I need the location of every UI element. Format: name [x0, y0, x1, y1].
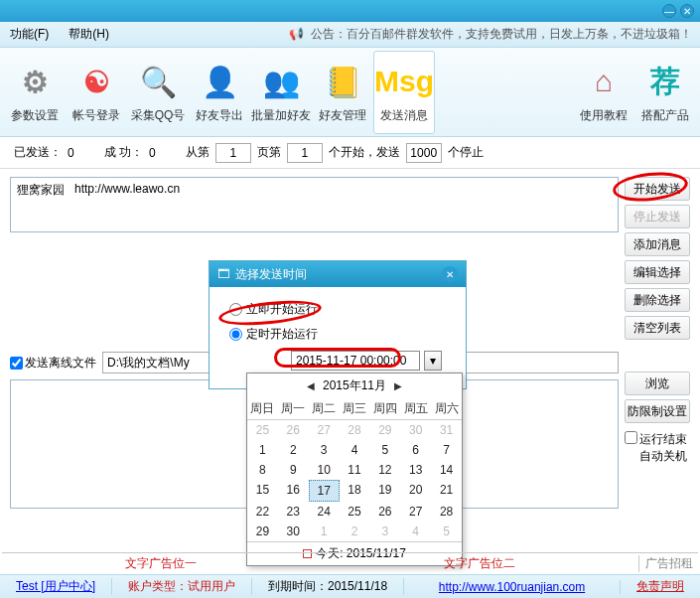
cal-day[interactable]: 21 — [431, 480, 462, 502]
cal-day-out[interactable]: 3 — [369, 522, 400, 541]
clear-list-button[interactable]: 清空列表 — [625, 316, 690, 340]
tool-gear[interactable]: ⚙参数设置 — [4, 51, 66, 134]
cal-day[interactable]: 4 — [340, 440, 370, 460]
message-list[interactable]: 狸窝家园 http://www.leawo.cn — [10, 177, 619, 232]
close-button[interactable]: ✕ — [680, 4, 694, 18]
tool-yinyang[interactable]: ☯帐号登录 — [66, 51, 127, 134]
tool-label: 发送消息 — [380, 107, 428, 124]
add-message-button[interactable]: 添加消息 — [625, 232, 690, 256]
cal-day[interactable]: 14 — [431, 460, 462, 480]
tool-user-add[interactable]: 👥批量加好友 — [250, 51, 312, 134]
tool-msg[interactable]: Msg发送消息 — [373, 51, 435, 134]
success-value: 0 — [149, 146, 156, 160]
cal-day[interactable]: 9 — [278, 460, 309, 480]
cal-day[interactable]: 27 — [400, 502, 431, 522]
radio-immediate-input[interactable] — [229, 303, 242, 316]
browse-button[interactable]: 浏览 — [625, 372, 690, 395]
cal-day[interactable]: 7 — [431, 440, 462, 460]
tool-home[interactable]: ⌂使用教程 — [573, 51, 634, 134]
disclaimer-link[interactable]: 免责声明 — [636, 579, 684, 593]
cal-day[interactable]: 12 — [369, 460, 400, 480]
cal-day[interactable]: 18 — [340, 480, 370, 502]
cal-day[interactable]: 22 — [247, 502, 278, 522]
cal-day-out[interactable]: 28 — [340, 420, 370, 440]
stop-send-button[interactable]: 停止发送 — [625, 205, 690, 228]
tool-recommend[interactable]: 荐搭配产品 — [634, 51, 696, 134]
cal-day[interactable]: 15 — [247, 480, 278, 502]
cal-day[interactable]: 29 — [247, 522, 278, 541]
cal-day-out[interactable]: 26 — [278, 420, 309, 440]
edit-select-button[interactable]: 编辑选择 — [625, 260, 690, 284]
cal-day[interactable]: 11 — [340, 460, 370, 480]
cal-day-out[interactable]: 29 — [369, 420, 400, 440]
cal-day[interactable]: 16 — [278, 480, 309, 502]
cal-day-out[interactable]: 30 — [400, 420, 431, 440]
radio-immediate[interactable]: 立即开始运行 — [229, 301, 454, 318]
menu-help[interactable]: 帮助(H) — [59, 26, 119, 43]
shutdown-checkbox[interactable] — [625, 431, 637, 444]
calendar-popup: ◀ 2015年11月 ▶ 周日周一周二周三周四周五周六2526272829303… — [246, 373, 463, 566]
cal-day-out[interactable]: 1 — [309, 522, 340, 541]
radio-scheduled[interactable]: 定时开始运行 — [229, 326, 454, 343]
cal-prev-button[interactable]: ◀ — [307, 380, 315, 391]
shutdown-check[interactable]: 运行结束 自动关机 — [625, 431, 690, 465]
expire-label: 到期时间： — [268, 579, 328, 593]
cal-day[interactable]: 20 — [400, 480, 431, 502]
cal-day[interactable]: 25 — [340, 502, 370, 522]
datetime-input[interactable] — [291, 351, 420, 371]
cal-dow: 周四 — [369, 398, 400, 420]
cal-day[interactable]: 28 — [431, 502, 462, 522]
minimize-button[interactable]: — — [662, 4, 676, 18]
cal-day-out[interactable]: 5 — [431, 522, 462, 541]
cal-day[interactable]: 3 — [309, 440, 340, 460]
limit-input[interactable] — [406, 143, 442, 163]
anti-limit-button[interactable]: 防限制设置 — [625, 399, 690, 423]
cal-day[interactable]: 26 — [369, 502, 400, 522]
from-page-label: 从第 — [186, 144, 210, 161]
ad-slot-1[interactable]: 文字广告位一 — [2, 555, 321, 572]
cal-day[interactable]: 8 — [247, 460, 278, 480]
tool-user-export[interactable]: 👤好友导出 — [189, 51, 250, 134]
ad-slot-2[interactable]: 文字广告位二 — [321, 555, 639, 572]
datetime-dropdown[interactable]: ▾ — [424, 351, 442, 371]
cal-day[interactable]: 24 — [309, 502, 340, 522]
tool-magnifier[interactable]: 🔍采集QQ号 — [127, 51, 189, 134]
user-center-link[interactable]: Test [用户中心] — [16, 579, 95, 593]
cal-day[interactable]: 10 — [309, 460, 340, 480]
side-buttons: 开始发送 停止发送 添加消息 编辑选择 删除选择 清空列表 浏览 防限制设置 运… — [619, 177, 690, 509]
page-unit: 页第 — [257, 144, 281, 161]
site-link[interactable]: http://www.100ruanjian.com — [439, 580, 585, 594]
cal-day-out[interactable]: 4 — [400, 522, 431, 541]
radio-scheduled-input[interactable] — [229, 328, 242, 341]
announcement-text: 百分百邮件群发软件，支持免费试用，日发上万条，不进垃圾箱！ — [347, 27, 692, 41]
cal-day[interactable]: 30 — [278, 522, 309, 541]
ad-recruit[interactable]: 广告招租 — [638, 555, 698, 572]
item-input[interactable] — [287, 143, 323, 163]
start-send-button[interactable]: 开始发送 — [625, 177, 690, 201]
msg-icon: Msg — [382, 60, 426, 103]
horn-icon: 📢 — [289, 27, 304, 41]
cal-day-out[interactable]: 31 — [431, 420, 462, 440]
cal-day[interactable]: 19 — [369, 480, 400, 502]
cal-day-out[interactable]: 25 — [247, 420, 278, 440]
menu-function[interactable]: 功能(F) — [0, 26, 59, 43]
page-input[interactable] — [215, 143, 251, 163]
list-item[interactable]: 狸窝家园 http://www.leawo.cn — [17, 182, 612, 199]
dialog-close-button[interactable]: ✕ — [442, 266, 458, 282]
cal-day[interactable]: 5 — [369, 440, 400, 460]
cal-day[interactable]: 1 — [247, 440, 278, 460]
cal-day[interactable]: 13 — [400, 460, 431, 480]
offline-file-checkbox[interactable] — [10, 357, 23, 370]
cal-day[interactable]: 6 — [400, 440, 431, 460]
cal-day[interactable]: 2 — [278, 440, 309, 460]
cal-day-out[interactable]: 27 — [309, 420, 340, 440]
cal-day[interactable]: 17 — [309, 480, 340, 502]
cal-next-button[interactable]: ▶ — [394, 380, 402, 391]
ad-bar: 文字广告位一 文字广告位二 广告招租 — [2, 552, 698, 574]
tool-notebook[interactable]: 📒好友管理 — [312, 51, 373, 134]
cal-day[interactable]: 23 — [278, 502, 309, 522]
cal-day-out[interactable]: 2 — [340, 522, 370, 541]
delete-select-button[interactable]: 删除选择 — [625, 288, 690, 312]
cal-dow: 周日 — [247, 398, 278, 420]
offline-file-check[interactable]: 发送离线文件 — [10, 355, 96, 372]
